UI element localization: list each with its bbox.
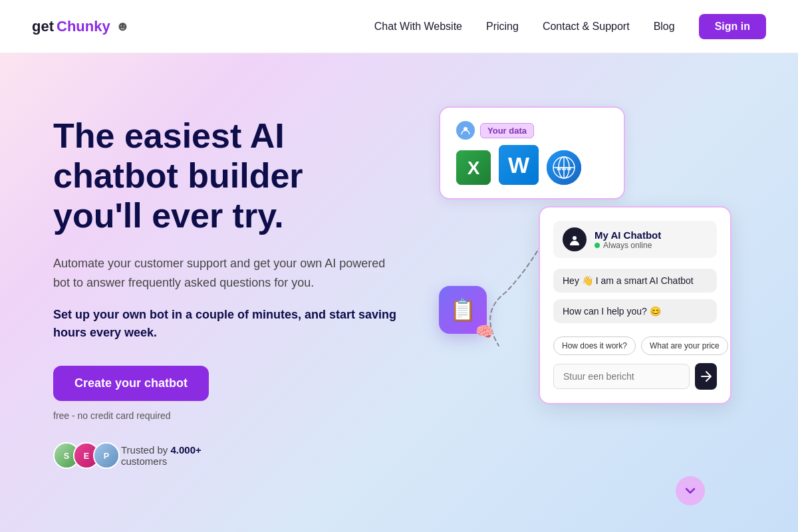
logo-get-text: get: [32, 18, 54, 35]
chat-message-2: How can I help you? 😊: [553, 299, 717, 323]
nav-contact-support[interactable]: Contact & Support: [543, 21, 630, 33]
header: getChunky ☻ Chat With Website Pricing Co…: [0, 0, 798, 53]
avatar-group: S E P: [53, 442, 113, 469]
user-icon: [456, 121, 475, 140]
chatbot-status: Always online: [595, 241, 661, 250]
nav-blog[interactable]: Blog: [654, 21, 675, 33]
signin-button[interactable]: Sign in: [699, 14, 766, 39]
main-nav: Chat With Website Pricing Contact & Supp…: [374, 14, 766, 39]
svg-text:WWW: WWW: [557, 166, 572, 172]
hero-right-illustration: Your data X W: [399, 53, 745, 532]
document-icon: 📋 🧠: [439, 286, 487, 334]
chat-message-1: Hey 👋 I am a smart AI Chatbot: [553, 269, 717, 293]
svg-text:S: S: [64, 451, 69, 460]
chatbot-header: My AI Chatbot Always online: [553, 221, 717, 258]
nav-pricing[interactable]: Pricing: [486, 21, 519, 33]
your-data-badge: Your data: [480, 123, 534, 138]
avatar-3: P: [93, 442, 120, 469]
status-dot: [595, 243, 600, 248]
chatbot-avatar: [563, 227, 587, 251]
svg-text:X: X: [467, 158, 480, 178]
chatbot-status-text: Always online: [603, 241, 652, 250]
hero-subtitle: Automate your customer support and get y…: [53, 254, 399, 293]
chat-suggestions: How does it work? What are your price: [553, 336, 717, 355]
chat-input-row: [553, 363, 717, 390]
globe-icon: WWW: [547, 150, 581, 185]
logo-chunky-text: Chunky: [57, 18, 110, 35]
trusted-section: S E P: [53, 442, 399, 469]
hero-left-content: The easiest AI chatbot builder you'll ev…: [53, 116, 399, 469]
scroll-indicator[interactable]: [676, 476, 705, 505]
data-card: Your data X W: [439, 106, 625, 200]
logo: getChunky ☻: [32, 18, 130, 35]
create-chatbot-button[interactable]: Create your chatbot: [53, 366, 209, 401]
svg-point-18: [573, 236, 577, 240]
hero-title: The easiest AI chatbot builder you'll ev…: [53, 116, 399, 235]
free-note-text: free - no credit card required: [53, 410, 399, 421]
chatbot-card: My AI Chatbot Always online Hey 👋 I am a…: [539, 206, 732, 404]
hero-subtitle2: Set up your own bot in a couple of minut…: [53, 306, 399, 342]
svg-text:P: P: [104, 451, 109, 460]
logo-smile-icon: ☻: [116, 19, 130, 34]
nav-chat-with-website[interactable]: Chat With Website: [374, 21, 462, 33]
data-card-header: Your data: [456, 121, 608, 140]
hero-section: The easiest AI chatbot builder you'll ev…: [0, 53, 798, 532]
svg-text:W: W: [508, 152, 530, 178]
suggestion-how-works[interactable]: How does it work?: [553, 336, 636, 355]
svg-text:E: E: [84, 451, 89, 460]
send-button[interactable]: [695, 363, 717, 390]
word-icon: W: [499, 145, 539, 185]
trusted-unit: customers: [121, 456, 167, 467]
data-icons: X W: [456, 150, 608, 185]
trusted-text: Trusted by 4.000+ customers: [121, 444, 201, 467]
brain-emoji: 🧠: [475, 323, 493, 340]
excel-icon: X: [456, 150, 491, 185]
chat-input[interactable]: [553, 364, 690, 389]
document-icon-wrapper: 📋 🧠: [439, 286, 487, 334]
trusted-count: 4.000+: [170, 444, 201, 456]
suggestion-price[interactable]: What are your price: [641, 336, 728, 355]
chatbot-name: My AI Chatbot: [595, 229, 661, 241]
